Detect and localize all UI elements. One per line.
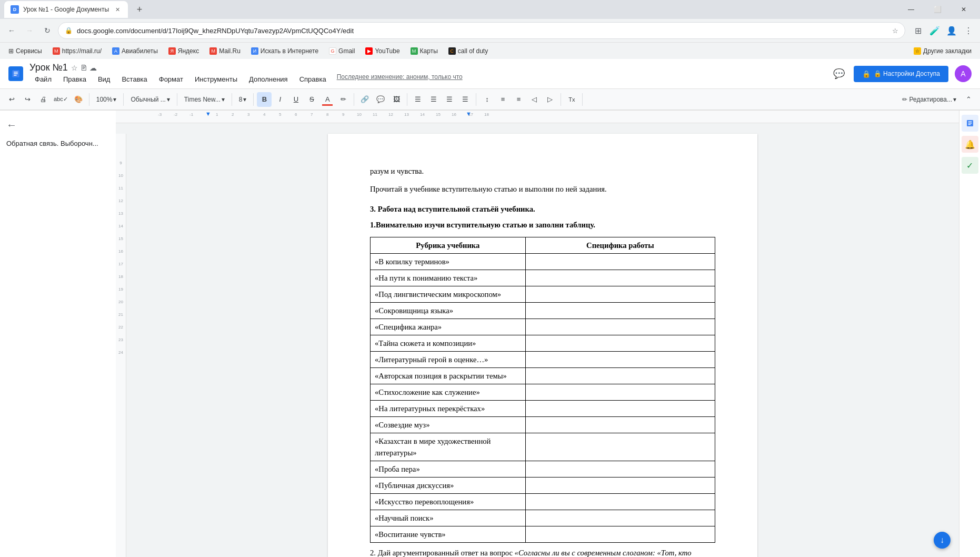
- menu-view[interactable]: Вид: [93, 73, 116, 85]
- bookmark-search[interactable]: И Искать в Интернете: [247, 45, 323, 57]
- bookmark-gmail[interactable]: G Gmail: [325, 45, 359, 57]
- drive-icon[interactable]: 🖹: [80, 64, 87, 72]
- table-cell-specifics: [525, 384, 715, 401]
- divider2: [123, 93, 124, 106]
- address-bar[interactable]: 🔒 docs.google.com/document/d/17Ioij9Qw_k…: [58, 22, 905, 39]
- bookmark-services[interactable]: ⊞ Сервисы: [4, 45, 46, 57]
- fontsize-arrow-icon: ▾: [243, 96, 246, 103]
- italic-button[interactable]: I: [273, 92, 287, 107]
- table-cell-rubric: «Научный поиск»: [371, 510, 526, 526]
- undo-button[interactable]: ↩: [4, 92, 19, 107]
- bookmark-star-icon[interactable]: ☆: [892, 27, 898, 35]
- bookmark-yandex[interactable]: Я Яндекс: [164, 45, 203, 57]
- new-tab-button[interactable]: +: [132, 2, 147, 17]
- bookmark-youtube[interactable]: ▶ YouTube: [361, 45, 404, 57]
- table-cell-rubric: «Публичная дискуссия»: [371, 478, 526, 494]
- increase-indent-button[interactable]: ▷: [543, 92, 557, 107]
- menu-addons[interactable]: Дополнения: [244, 73, 293, 85]
- link-button[interactable]: 🔗: [357, 92, 372, 107]
- numbered-list-button[interactable]: ≡: [495, 92, 510, 107]
- table-cell-specifics: [525, 510, 715, 526]
- menu-insert[interactable]: Вставка: [116, 73, 152, 85]
- table-row: «Сокровищница языка»: [371, 303, 715, 319]
- print-button[interactable]: 🖨: [36, 92, 51, 107]
- table-cell-rubric: «На литературных перекрёстках»: [371, 401, 526, 417]
- menu-file[interactable]: Файл: [29, 73, 57, 85]
- sidebar-icon-docs[interactable]: [962, 115, 978, 132]
- highlight-button[interactable]: ✏: [336, 92, 351, 107]
- menu-format[interactable]: Формат: [154, 73, 188, 85]
- comment-button[interactable]: 💬: [831, 65, 847, 82]
- chrome-labs-icon[interactable]: 🧪: [927, 23, 942, 38]
- doc-title[interactable]: Урок №1: [29, 62, 68, 73]
- strikethrough-button[interactable]: S: [304, 92, 319, 107]
- close-button[interactable]: ✕: [952, 0, 976, 19]
- user-avatar[interactable]: A: [955, 65, 972, 82]
- tab-close-button[interactable]: ✕: [113, 5, 122, 14]
- insert-image-button[interactable]: 🖼: [389, 92, 404, 107]
- sidebar-icon-check[interactable]: ✓: [962, 157, 978, 174]
- bookmark-avia[interactable]: А Авиабилеты: [108, 45, 162, 57]
- outline-back-icon[interactable]: ←: [6, 119, 109, 131]
- align-right-button[interactable]: ☰: [442, 92, 457, 107]
- sidebar-icon-bell[interactable]: 🔔: [962, 136, 978, 153]
- table-cell-specifics: [525, 286, 715, 303]
- expand-toolbar-button[interactable]: ⌃: [961, 92, 976, 107]
- menu-tools[interactable]: Инструменты: [189, 73, 243, 85]
- align-center-button[interactable]: ☰: [426, 92, 441, 107]
- table-row: «Стихосложение как служение»: [371, 384, 715, 401]
- table-cell-specifics: [525, 494, 715, 510]
- bookmark-mail[interactable]: M Mail.Ru: [205, 45, 245, 57]
- edit-mode-dropdown[interactable]: ✏ Редактирова... ▾: [898, 94, 960, 105]
- cloud-icon[interactable]: ☁: [89, 64, 97, 72]
- scroll-to-bottom-button[interactable]: ↓: [934, 532, 951, 549]
- divider1: [89, 93, 89, 106]
- justify-button[interactable]: ☰: [458, 92, 473, 107]
- style-dropdown[interactable]: Обычный ... ▾: [127, 94, 173, 105]
- zoom-dropdown[interactable]: 100% ▾: [93, 94, 121, 105]
- underline-button[interactable]: U: [288, 92, 303, 107]
- table-cell-rubric: «Созвездие муз»: [371, 417, 526, 433]
- clear-format-button[interactable]: Tx: [564, 92, 579, 107]
- bold-button[interactable]: B: [257, 92, 272, 107]
- table-row: «На пути к пониманию текста»: [371, 270, 715, 286]
- table-cell-rubric: «Казахстан в мире художественной литерат…: [371, 433, 526, 461]
- fontsize-dropdown[interactable]: 8 ▾: [235, 94, 251, 105]
- table-cell-rubric: «Литературный герой в оценке…»: [371, 352, 526, 368]
- bookmark-other[interactable]: ☆ Другие закладки: [909, 45, 976, 57]
- star-icon[interactable]: ☆: [71, 64, 78, 72]
- minimize-button[interactable]: —: [899, 0, 923, 19]
- paint-format-button[interactable]: 🎨: [71, 92, 86, 107]
- table-row: «Искусство перевоплощения»: [371, 494, 715, 510]
- back-button[interactable]: ←: [4, 23, 19, 38]
- account-icon[interactable]: 👤: [944, 23, 959, 38]
- active-tab[interactable]: D Урок №1 - Google Документы ✕: [4, 1, 128, 18]
- redo-button[interactable]: ↪: [20, 92, 35, 107]
- maximize-button[interactable]: ⬜: [925, 0, 949, 19]
- text-color-button[interactable]: A: [320, 92, 335, 107]
- more-menu-icon[interactable]: ⋮: [961, 23, 976, 38]
- bookmark-cod[interactable]: C call of duty: [444, 45, 492, 57]
- decrease-indent-button[interactable]: ◁: [527, 92, 542, 107]
- table-row: «Под лингвистическим микроскопом»: [371, 286, 715, 303]
- table-cell-rubric: «Авторская позиция в раскрытии темы»: [371, 368, 526, 384]
- align-left-button[interactable]: ☰: [411, 92, 425, 107]
- other-favicon: ☆: [914, 47, 921, 55]
- menu-help[interactable]: Справка: [294, 73, 332, 85]
- doc-menu-bar: Файл Правка Вид Вставка Формат Инструмен…: [29, 73, 463, 85]
- ruler: -3 -2 -1 ▼ 1 2 3 4 5 6 7 8 9 10 11 12 13…: [116, 111, 959, 123]
- bullet-list-button[interactable]: ≡: [511, 92, 526, 107]
- extensions-icon[interactable]: ⊞: [911, 23, 925, 38]
- forward-button[interactable]: →: [22, 23, 37, 38]
- divider5: [253, 93, 254, 106]
- page-area[interactable]: 9 10 11 12 13 14 15 16 17 18 19 20 21 22: [116, 123, 959, 557]
- insert-comment-button[interactable]: 💬: [373, 92, 388, 107]
- menu-edit[interactable]: Правка: [58, 73, 92, 85]
- line-spacing-button[interactable]: ↕: [479, 92, 494, 107]
- share-button[interactable]: 🔒 🔒 Настройки Доступа: [854, 66, 948, 82]
- bookmark-mailru-url[interactable]: M https://mail.ru/: [48, 45, 106, 57]
- spellcheck-button[interactable]: abc✓: [52, 92, 70, 107]
- refresh-button[interactable]: ↻: [40, 23, 55, 38]
- font-dropdown[interactable]: Times New... ▾: [181, 94, 228, 105]
- bookmark-maps[interactable]: M Карты: [406, 45, 442, 57]
